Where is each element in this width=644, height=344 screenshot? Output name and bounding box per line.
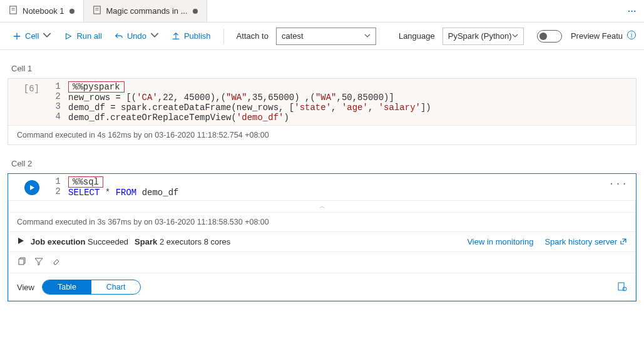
chevron-down-icon bbox=[150, 31, 159, 41]
cell-2-label: Cell 2 bbox=[11, 159, 636, 168]
magic-highlight: %%sql bbox=[68, 176, 103, 188]
attach-to-label: Attach to bbox=[232, 31, 273, 41]
chevron-down-icon bbox=[43, 31, 51, 41]
code-content: %%sql SELECT * FROM demo_df··· bbox=[68, 176, 636, 198]
notebook-body: Cell 1 [6] 1234 %%pyspark new_rows = [('… bbox=[0, 50, 644, 326]
language-dropdown[interactable]: PySpark (Python) bbox=[442, 28, 524, 45]
view-label: View bbox=[17, 283, 34, 292]
tab-overflow-button[interactable]: ··· bbox=[620, 0, 644, 22]
notebook-icon bbox=[93, 6, 101, 16]
cell-1[interactable]: [6] 1234 %%pyspark new_rows = [('CA',22,… bbox=[8, 78, 636, 145]
svg-point-10 bbox=[623, 287, 626, 291]
cell-more-menu[interactable]: ··· bbox=[609, 179, 628, 189]
view-in-monitoring-link[interactable]: View in monitoring bbox=[467, 237, 533, 246]
tab-label: Magic commands in ... bbox=[106, 6, 188, 16]
svg-rect-9 bbox=[618, 283, 624, 290]
magic-highlight: %%pyspark bbox=[68, 81, 125, 93]
notebook-icon bbox=[9, 6, 18, 16]
preview-features-toggle[interactable]: Preview Featu i bbox=[537, 30, 636, 43]
run-all-label: Run all bbox=[76, 31, 101, 41]
run-all-button[interactable]: Run all bbox=[59, 29, 106, 43]
cell-button-label: Cell bbox=[25, 31, 39, 41]
view-row: View Table Chart bbox=[8, 273, 636, 301]
view-segmented-control: Table Chart bbox=[42, 280, 141, 295]
filter-icon[interactable] bbox=[34, 257, 43, 268]
preview-label: Preview Featu bbox=[571, 31, 623, 41]
cell-2[interactable]: 12 %%sql SELECT * FROM demo_df··· ︿ Comm… bbox=[8, 173, 636, 301]
dirty-indicator-icon bbox=[69, 9, 74, 14]
run-cell-control bbox=[8, 176, 46, 198]
language-label: Language bbox=[394, 31, 440, 41]
publish-button[interactable]: Publish bbox=[166, 29, 216, 43]
tab-notebook-1[interactable]: Notebook 1 bbox=[0, 0, 84, 22]
copy-icon[interactable] bbox=[17, 257, 26, 268]
external-link-icon bbox=[620, 238, 627, 245]
job-exec-status: Succeeded bbox=[88, 237, 128, 246]
view-chart-option[interactable]: Chart bbox=[91, 280, 141, 294]
svg-text:i: i bbox=[631, 32, 632, 39]
toggle-switch-icon bbox=[537, 30, 562, 43]
attach-value: catest bbox=[282, 31, 304, 41]
spark-history-server-link[interactable]: Spark history server bbox=[544, 237, 627, 246]
code-editor[interactable]: [6] 1234 %%pyspark new_rows = [('CA',22,… bbox=[8, 79, 636, 125]
line-gutter: 12 bbox=[46, 176, 68, 198]
play-icon bbox=[17, 237, 24, 246]
output-toolbar bbox=[8, 251, 636, 273]
spark-label: Spark bbox=[135, 237, 157, 246]
chevron-down-icon bbox=[364, 31, 371, 41]
tab-bar: Notebook 1 Magic commands in ... ··· bbox=[0, 0, 644, 23]
eraser-icon[interactable] bbox=[52, 257, 61, 268]
publish-label: Publish bbox=[184, 31, 211, 41]
code-content: %%pyspark new_rows = [('CA',22, 45000),(… bbox=[68, 81, 636, 123]
cell-2-status: Command executed in 3s 367ms by on 03-16… bbox=[8, 212, 636, 231]
tab-magic-commands[interactable]: Magic commands in ... bbox=[84, 0, 207, 22]
toolbar: Cell Run all Undo Publish Attach to cate… bbox=[0, 23, 644, 50]
language-value: PySpark (Python) bbox=[448, 31, 512, 41]
chevron-down-icon bbox=[512, 31, 518, 41]
execution-count: [6] bbox=[8, 81, 46, 123]
spark-detail: 2 executors 8 cores bbox=[160, 237, 230, 246]
info-icon: i bbox=[626, 30, 636, 42]
attach-to-dropdown[interactable]: catest bbox=[276, 28, 376, 45]
cell-1-status: Command executed in 4s 162ms by on 03-16… bbox=[8, 125, 636, 144]
job-exec-label: Job execution bbox=[31, 237, 85, 246]
export-icon[interactable] bbox=[617, 281, 627, 293]
undo-label: Undo bbox=[127, 31, 146, 41]
view-table-option[interactable]: Table bbox=[43, 280, 91, 294]
code-editor[interactable]: 12 %%sql SELECT * FROM demo_df··· bbox=[8, 174, 636, 200]
cell-1-label: Cell 1 bbox=[11, 64, 636, 73]
collapse-output-button[interactable]: ︿ bbox=[8, 200, 636, 212]
job-execution-row: Job execution Succeeded Spark 2 executor… bbox=[8, 231, 636, 251]
add-cell-button[interactable]: Cell bbox=[8, 28, 56, 44]
undo-button[interactable]: Undo bbox=[110, 28, 164, 44]
tab-label: Notebook 1 bbox=[23, 6, 64, 16]
dirty-indicator-icon bbox=[193, 9, 198, 14]
line-gutter: 1234 bbox=[46, 81, 68, 123]
run-cell-button[interactable] bbox=[24, 180, 39, 195]
toolbar-separator bbox=[223, 29, 224, 44]
svg-rect-8 bbox=[19, 259, 24, 265]
